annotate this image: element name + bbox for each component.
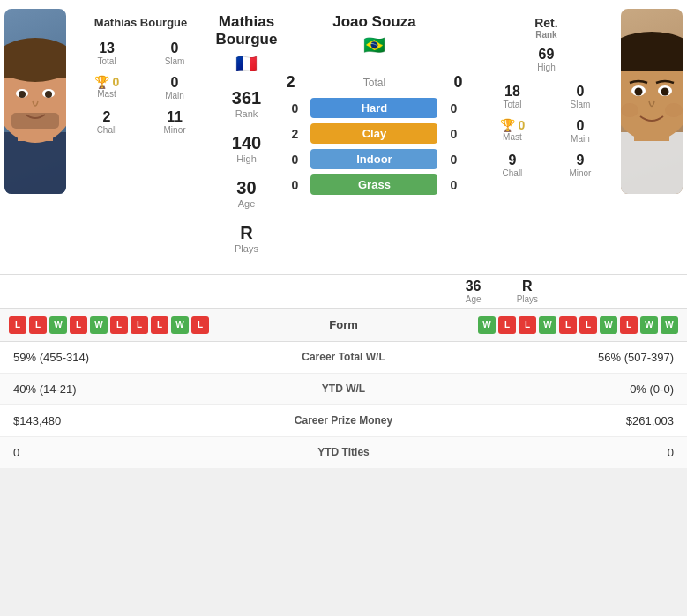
- player1-stats-grid: 13 Total 0 Slam 🏆 0 Mast 0 Main 2 Cha: [66, 33, 216, 143]
- svg-point-24: [665, 103, 683, 117]
- player2-total-label: Total: [482, 100, 542, 109]
- player1-main-value: 0: [145, 75, 205, 91]
- player1-slam-label: Slam: [145, 56, 205, 66]
- ytd-wl-label: YTD W/L: [220, 382, 467, 395]
- age-label: Age: [236, 198, 256, 209]
- player1-rank-value: 361: [232, 88, 261, 108]
- player2-high-block: 69 High: [534, 43, 559, 76]
- player1-mast-label: Mast: [77, 89, 138, 99]
- svg-rect-4: [4, 60, 66, 78]
- player1-main-label: Main: [145, 91, 205, 100]
- player1-plays-value: R: [235, 223, 258, 243]
- player2-main-cell: 0 Main: [546, 114, 614, 148]
- form-badge-l: L: [519, 316, 536, 334]
- player1-chall-label: Chall: [77, 125, 138, 135]
- player1-flag: 🇫🇷: [235, 53, 258, 74]
- total-row: 2 Total 0: [277, 73, 471, 92]
- player2-stats-grid: 18 Total 0 Slam 🏆 0 Mast 0 Main 9 Cha: [471, 76, 621, 186]
- form-badge-w: W: [539, 316, 556, 334]
- player2-stats-panel: Ret. Rank 69 High 18 Total 0 Slam 🏆 0 Ma…: [471, 9, 621, 265]
- player1-ytd-wl: 40% (14-21): [13, 382, 220, 396]
- player2-total-cell: 18 Total: [478, 79, 546, 114]
- prize-label: Career Prize Money: [220, 414, 467, 427]
- player1-main-name: Mathias Bourgue: [216, 13, 278, 49]
- player2-high-label: High: [537, 63, 556, 72]
- player2-rank-label: Rank: [534, 30, 557, 40]
- center-high-block: 140 High: [232, 133, 261, 164]
- player2-high-value: 69: [537, 47, 556, 63]
- player2-chall-value: 9: [482, 152, 542, 168]
- player2-minor-cell: 9 Minor: [546, 148, 614, 182]
- form-badge-w: W: [90, 316, 108, 334]
- grass-p2: 0: [444, 178, 462, 192]
- player1-high-value: 140: [232, 133, 261, 153]
- player2-main-name: Joao Souza: [284, 13, 464, 31]
- player2-mast-label: Mast: [482, 132, 542, 142]
- player2-minor-label: Minor: [549, 168, 610, 178]
- player1-chall-cell: 2 Chall: [73, 105, 141, 139]
- player2-photo: [621, 9, 683, 194]
- clay-badge: Clay: [310, 123, 437, 144]
- indoor-p2: 0: [444, 152, 462, 167]
- svg-point-22: [661, 88, 669, 96]
- form-badge-l: L: [9, 316, 26, 334]
- high-label: High: [232, 153, 261, 164]
- indoor-row: 0 Indoor 0: [277, 149, 471, 169]
- grass-row: 0 Grass 0: [277, 174, 471, 195]
- player2-main-value: 0: [549, 118, 610, 134]
- player1-prize: $143,480: [13, 414, 220, 427]
- player2-ytd-titles: 0: [467, 446, 674, 459]
- player1-mast-value: 🏆 0: [77, 75, 138, 89]
- form-badge-l: L: [559, 316, 577, 334]
- player1-mast-cell: 🏆 0 Mast: [73, 71, 141, 105]
- player2-form: WLLWLLWLWW: [478, 316, 678, 334]
- player2-career-wl: 56% (507-397): [467, 351, 674, 364]
- total-label: Total: [363, 77, 385, 89]
- indoor-p1: 0: [286, 152, 303, 167]
- player1-total-cell: 13 Total: [73, 36, 141, 71]
- grass-p1: 0: [286, 178, 303, 192]
- form-badge-l: L: [29, 316, 47, 334]
- form-badge-w: W: [478, 316, 496, 334]
- form-badge-w: W: [171, 316, 189, 334]
- form-badge-l: L: [131, 316, 148, 334]
- player1-total-value: 13: [77, 41, 138, 56]
- form-badge-w: W: [640, 316, 658, 334]
- rank-label: Rank: [232, 108, 261, 119]
- player2-total-value: 18: [482, 84, 542, 100]
- stats-table: 59% (455-314) Career Total W/L 56% (507-…: [0, 342, 687, 468]
- player1-minor-label: Minor: [145, 125, 205, 135]
- total-p2: 0: [453, 73, 462, 92]
- center-plays-block: R Plays: [235, 223, 258, 254]
- plays-label: Plays: [235, 243, 258, 254]
- player2-prize: $261,003: [467, 414, 674, 427]
- clay-p2: 0: [444, 127, 462, 141]
- player2-rank-value: Ret.: [534, 16, 557, 30]
- player1-slam-value: 0: [145, 41, 205, 56]
- center-panel: Mathias Bourgue 🇫🇷 361 Rank 140 High 30 …: [216, 9, 278, 265]
- player2-slam-label: Slam: [549, 100, 610, 109]
- player1-chall-value: 2: [77, 109, 138, 125]
- player1-career-wl: 59% (455-314): [13, 351, 220, 364]
- player2-slam-cell: 0 Slam: [546, 79, 614, 114]
- ytd-wl-row: 40% (14-21) YTD W/L 0% (0-0): [0, 374, 687, 405]
- player1-name-label: Mathias Bourgue: [90, 9, 191, 33]
- player2-chall-cell: 9 Chall: [478, 148, 546, 182]
- center-age-block: 30 Age: [236, 178, 256, 209]
- form-badge-l: L: [498, 316, 516, 334]
- svg-point-21: [635, 88, 643, 96]
- player2-ytd-wl: 0% (0-0): [467, 382, 674, 396]
- extra-stats-row: 36 Age R Plays: [0, 275, 687, 308]
- indoor-badge: Indoor: [310, 149, 437, 169]
- svg-point-8: [45, 91, 52, 98]
- player1-slam-cell: 0 Slam: [141, 36, 209, 71]
- form-badge-l: L: [579, 316, 597, 334]
- form-badge-w: W: [49, 316, 67, 334]
- svg-point-7: [19, 91, 26, 98]
- player1-total-label: Total: [77, 56, 138, 66]
- player2-mast-cell: 🏆 0 Mast: [478, 114, 546, 148]
- hard-p1: 0: [286, 101, 303, 115]
- player1-photo: [4, 9, 66, 194]
- form-badge-l: L: [151, 316, 168, 334]
- ytd-titles-row: 0 YTD Titles 0: [0, 437, 687, 468]
